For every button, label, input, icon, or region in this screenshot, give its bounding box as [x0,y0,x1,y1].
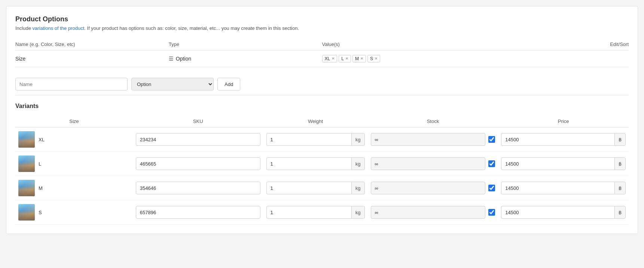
stock-input[interactable] [371,182,486,194]
variant-weight-cell: kg [263,176,368,200]
option-type: ☰ Option [169,50,322,67]
tag-close-icon[interactable]: ✕ [360,57,363,61]
weight-unit-label: kg [351,206,365,219]
tag-close-icon[interactable]: ✕ [332,57,335,61]
variant-size-container: M [18,180,130,196]
weight-unit-label: kg [351,133,365,146]
vcol-header-price: Price [498,115,629,127]
price-container: ฿ [501,182,626,194]
option-tag: M✕ [352,55,366,62]
variant-price-cell: ฿ [498,176,629,200]
weight-input[interactable] [266,133,351,146]
price-container: ฿ [501,133,626,146]
weight-container: kg [266,206,365,219]
price-currency-label: ฿ [614,182,626,194]
variant-row: L kg ฿ [15,152,629,176]
sku-input[interactable] [136,182,260,194]
variant-size-label: S [39,210,42,215]
variant-size-container: S [18,204,130,221]
vcol-header-size: Size [15,115,133,127]
weight-container: kg [266,182,365,194]
new-option-type-select[interactable]: OptionRadioCheckboxText [131,78,214,90]
stock-infinite-checkbox[interactable] [488,160,495,167]
variant-size-container: L [18,155,130,172]
new-option-name-input[interactable] [15,78,128,90]
type-label: Option [176,56,191,62]
stock-container [371,206,495,219]
option-tag: S✕ [367,55,380,62]
tag-label: XL [325,56,330,61]
weight-input[interactable] [266,206,351,219]
price-input[interactable] [501,182,614,194]
variant-thumbnail [18,155,35,172]
variant-row: S kg ฿ [15,200,629,225]
type-icon-option: ☰ Option [169,56,191,62]
variant-thumbnail [18,204,35,221]
variant-row: XL kg ฿ [15,127,629,152]
stock-input[interactable] [371,206,486,219]
stock-container [371,133,495,146]
option-tag: L✕ [339,55,351,62]
stock-container [371,182,495,194]
variant-size-cell: S [15,200,133,225]
variant-size-label: L [39,161,41,167]
price-container: ฿ [501,157,626,170]
variant-size-label: M [39,185,43,191]
col-header-values: Value(s) [322,38,568,50]
variant-size-label: XL [39,137,45,142]
add-option-button[interactable]: Add [217,78,240,90]
price-currency-label: ฿ [614,133,626,146]
variant-size-cell: XL [15,127,133,152]
variants-table: Size SKU Weight Stock Price XL kg ฿ [15,115,629,225]
sku-input[interactable] [136,133,260,146]
option-edit [567,50,629,67]
tag-close-icon[interactable]: ✕ [375,57,378,61]
weight-input[interactable] [266,182,351,194]
weight-container: kg [266,133,365,146]
variant-stock-cell [368,200,498,225]
stock-container [371,157,495,170]
price-container: ฿ [501,206,626,219]
tags-container: XL✕L✕M✕S✕ [322,55,568,62]
variant-weight-cell: kg [263,152,368,176]
add-option-row: OptionRadioCheckboxText Add [15,73,629,95]
price-input[interactable] [501,133,614,146]
option-tag: XL✕ [322,55,338,62]
price-input[interactable] [501,206,614,219]
weight-input[interactable] [266,157,351,170]
sku-input[interactable] [136,206,260,219]
stock-input[interactable] [371,157,486,170]
weight-unit-label: kg [351,182,365,194]
section-title: Product Options [15,15,629,23]
section-subtitle: Include variations of the product. If yo… [15,25,629,31]
stock-infinite-checkbox[interactable] [488,185,495,191]
variant-price-cell: ฿ [498,200,629,225]
tag-label: S [370,56,373,61]
stock-infinite-checkbox[interactable] [488,136,495,143]
variants-title: Variants [15,103,629,110]
tag-label: L [341,56,344,61]
variant-stock-cell [368,176,498,200]
weight-container: kg [266,157,365,170]
variant-size-container: XL [18,131,130,148]
variant-sku-cell [133,176,263,200]
variant-stock-cell [368,152,498,176]
sku-input[interactable] [136,157,260,170]
vcol-header-weight: Weight [263,115,368,127]
col-header-name: Name (e.g. Color, Size, etc) [15,38,169,50]
stock-input[interactable] [371,133,486,146]
col-header-edit: Edit/Sort [567,38,629,50]
price-input[interactable] [501,157,614,170]
options-table: Name (e.g. Color, Size, etc) Type Value(… [15,38,629,67]
variant-weight-cell: kg [263,127,368,152]
subtitle-rest: If your product has options such as: col… [86,25,299,31]
stock-infinite-checkbox[interactable] [488,209,495,216]
subtitle-link[interactable]: variations of the product. [33,25,86,31]
weight-unit-label: kg [351,157,365,170]
variant-price-cell: ฿ [498,127,629,152]
variant-thumbnail [18,180,35,196]
variant-thumbnail [18,131,35,148]
vcol-header-stock: Stock [368,115,498,127]
option-name: Size [15,50,169,67]
tag-close-icon[interactable]: ✕ [345,57,348,61]
